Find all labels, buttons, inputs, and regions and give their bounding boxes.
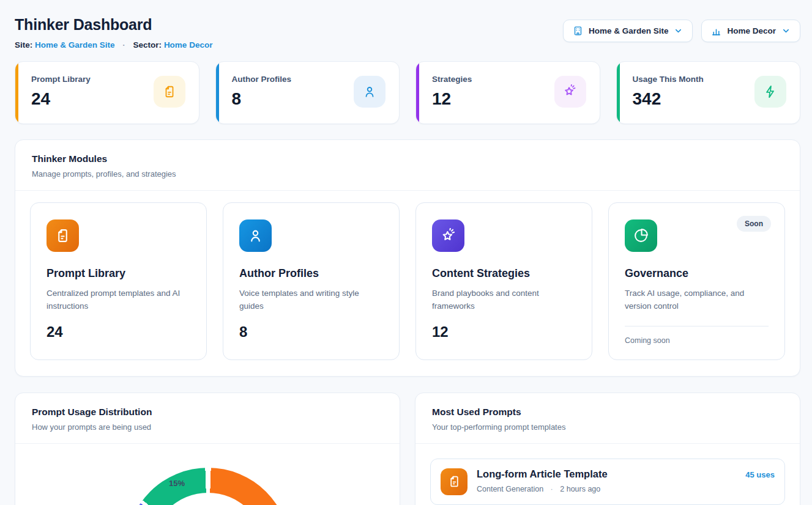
- stat-value: 12: [432, 89, 472, 109]
- chart-columns-icon: [711, 26, 721, 36]
- prompt-item-meta: Content Generation · 2 hours ago: [477, 485, 736, 493]
- file-icon: [441, 468, 467, 495]
- module-title: Governance: [625, 267, 769, 280]
- stat-info: Author Profiles 8: [232, 75, 292, 109]
- module-count: 12: [432, 323, 576, 341]
- site-label: Site:: [15, 40, 32, 50]
- file-icon: [47, 219, 79, 252]
- module-description: Voice templates and writing style guides: [239, 287, 383, 313]
- accent-bar: [617, 62, 620, 123]
- stat-info: Usage This Month 342: [633, 75, 704, 109]
- sector-link[interactable]: Home Decor: [164, 40, 213, 50]
- file-icon: [154, 76, 185, 108]
- site-selector-button[interactable]: Home & Garden Site: [563, 20, 693, 42]
- bottom-row: Prompt Usage Distribution How your promp…: [15, 393, 800, 505]
- stat-value: 24: [31, 89, 91, 109]
- prompt-time: 2 hours ago: [560, 485, 600, 493]
- usage-title: Prompt Usage Distribution: [32, 407, 383, 418]
- most-used-title: Most Used Prompts: [432, 407, 783, 418]
- stat-value: 342: [633, 89, 704, 109]
- stats-row: Prompt Library 24 Author Profiles 8 Stra…: [15, 61, 800, 124]
- chevron-down-icon: [781, 26, 791, 35]
- stat-label: Prompt Library: [31, 75, 91, 84]
- stat-card-strategies: Strategies 12: [415, 61, 600, 124]
- sector-selector-button[interactable]: Home Decor: [701, 20, 800, 42]
- prompt-list-item[interactable]: Long-form Article Template Content Gener…: [430, 459, 785, 505]
- user-icon: [239, 219, 272, 252]
- usage-header: Prompt Usage Distribution How your promp…: [15, 393, 400, 443]
- accent-bar: [416, 62, 419, 123]
- page-title: Thinker Dashboard: [15, 16, 212, 34]
- user-icon: [354, 76, 386, 108]
- stat-label: Strategies: [432, 75, 472, 84]
- module-title: Prompt Library: [47, 267, 190, 280]
- stat-card-author-profiles: Author Profiles 8: [215, 61, 400, 124]
- module-count: 8: [239, 323, 383, 341]
- prompt-item-title: Long-form Article Template: [477, 468, 736, 480]
- zap-icon: [754, 76, 786, 108]
- module-description: Centralized prompt templates and AI inst…: [47, 287, 190, 313]
- stat-info: Prompt Library 24: [31, 75, 91, 109]
- usage-subtitle: How your prompts are being used: [32, 422, 383, 432]
- accent-bar: [216, 62, 219, 123]
- modules-title: Thinker Modules: [32, 153, 783, 164]
- donut-data-label: 15%: [169, 479, 185, 488]
- breadcrumb: Site: Home & Garden Site · Sector: Home …: [15, 40, 212, 50]
- module-card-author-profiles[interactable]: Author Profiles Voice templates and writ…: [223, 202, 400, 360]
- module-card-governance: Soon Governance Track AI usage, complian…: [608, 202, 785, 360]
- page-header: Thinker Dashboard Site: Home & Garden Si…: [15, 12, 800, 50]
- thinker-modules-panel: Thinker Modules Manage prompts, profiles…: [15, 139, 800, 377]
- module-title: Content Strategies: [432, 267, 576, 280]
- soon-badge: Soon: [737, 216, 771, 232]
- most-used-header: Most Used Prompts Your top-performing pr…: [415, 393, 800, 443]
- most-used-prompts-panel: Most Used Prompts Your top-performing pr…: [415, 393, 800, 505]
- stat-card-usage: Usage This Month 342: [616, 61, 801, 124]
- module-count: 24: [47, 323, 190, 341]
- donut-chart: 15%: [15, 444, 400, 505]
- stat-card-prompt-library: Prompt Library 24: [15, 61, 199, 124]
- prompt-category: Content Generation: [477, 485, 543, 493]
- dashboard-page: Thinker Dashboard Site: Home & Garden Si…: [0, 0, 812, 505]
- chevron-down-icon: [674, 26, 683, 35]
- site-link[interactable]: Home & Garden Site: [35, 40, 115, 50]
- usage-distribution-panel: Prompt Usage Distribution How your promp…: [15, 393, 400, 505]
- most-used-subtitle: Your top-performing prompt templates: [432, 422, 783, 432]
- module-description: Track AI usage, compliance, and version …: [625, 287, 769, 313]
- stat-label: Author Profiles: [232, 75, 292, 84]
- module-card-content-strategies[interactable]: Content Strategies Brand playbooks and c…: [415, 202, 592, 360]
- divider: [415, 443, 800, 444]
- sector-selector-label: Home Decor: [727, 26, 776, 35]
- modules-header: Thinker Modules Manage prompts, profiles…: [15, 140, 800, 190]
- meta-separator: ·: [122, 40, 125, 50]
- building-icon: [573, 26, 583, 36]
- stat-info: Strategies 12: [432, 75, 472, 109]
- prompt-item-body: Long-form Article Template Content Gener…: [477, 467, 736, 493]
- header-left: Thinker Dashboard Site: Home & Garden Si…: [15, 12, 212, 50]
- donut-hole: [151, 493, 265, 505]
- module-title: Author Profiles: [239, 267, 383, 280]
- sector-label: Sector:: [133, 40, 162, 50]
- star-sparkle-icon: [432, 219, 464, 252]
- stat-value: 8: [232, 89, 292, 109]
- prompt-uses-badge: 45 uses: [745, 470, 775, 479]
- accent-bar: [15, 62, 18, 123]
- module-card-prompt-library[interactable]: Prompt Library Centralized prompt templa…: [30, 202, 207, 360]
- divider: [625, 326, 769, 326]
- star-sparkle-icon: [554, 76, 586, 108]
- coming-soon-label: Coming soon: [625, 336, 769, 345]
- header-actions: Home & Garden Site Home Decor: [563, 20, 800, 42]
- modules-subtitle: Manage prompts, profiles, and strategies: [32, 169, 783, 179]
- pie-chart-icon: [625, 219, 657, 252]
- site-selector-label: Home & Garden Site: [589, 26, 669, 35]
- modules-grid: Prompt Library Centralized prompt templa…: [15, 191, 800, 376]
- stat-label: Usage This Month: [633, 75, 704, 84]
- module-description: Brand playbooks and content frameworks: [432, 287, 576, 313]
- meta-separator: ·: [551, 485, 553, 493]
- donut-ring: 15%: [126, 468, 290, 505]
